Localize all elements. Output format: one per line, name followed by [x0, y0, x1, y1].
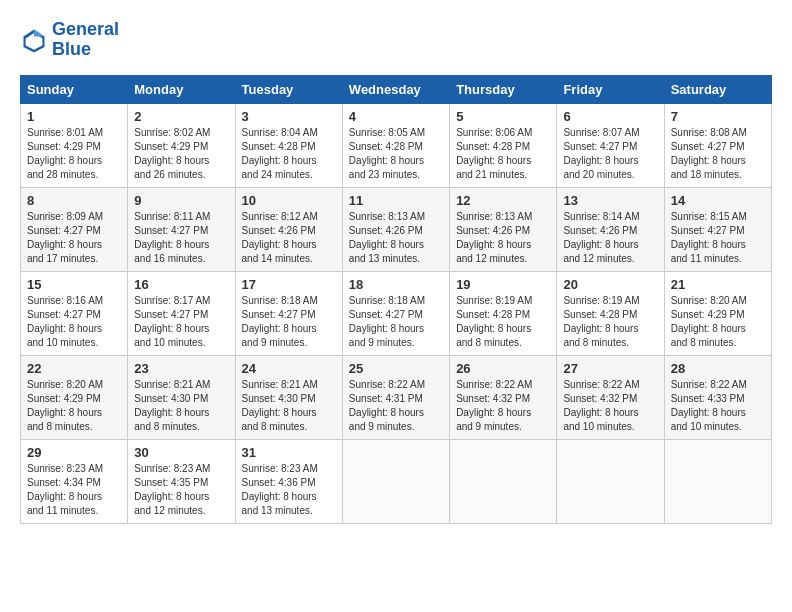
table-row: 11Sunrise: 8:13 AM Sunset: 4:26 PM Dayli… — [342, 187, 449, 271]
empty-cell — [557, 439, 664, 523]
svg-marker-2 — [34, 29, 45, 36]
table-row: 28Sunrise: 8:22 AM Sunset: 4:33 PM Dayli… — [664, 355, 771, 439]
col-sunday: Sunday — [21, 75, 128, 103]
table-row: 12Sunrise: 8:13 AM Sunset: 4:26 PM Dayli… — [450, 187, 557, 271]
calendar-row: 15Sunrise: 8:16 AM Sunset: 4:27 PM Dayli… — [21, 271, 772, 355]
table-row: 31Sunrise: 8:23 AM Sunset: 4:36 PM Dayli… — [235, 439, 342, 523]
logo-text: General Blue — [52, 20, 119, 60]
empty-cell — [450, 439, 557, 523]
table-row: 9Sunrise: 8:11 AM Sunset: 4:27 PM Daylig… — [128, 187, 235, 271]
col-saturday: Saturday — [664, 75, 771, 103]
calendar-row: 1Sunrise: 8:01 AM Sunset: 4:29 PM Daylig… — [21, 103, 772, 187]
table-row: 4Sunrise: 8:05 AM Sunset: 4:28 PM Daylig… — [342, 103, 449, 187]
calendar-row: 29Sunrise: 8:23 AM Sunset: 4:34 PM Dayli… — [21, 439, 772, 523]
calendar-table: Sunday Monday Tuesday Wednesday Thursday… — [20, 75, 772, 524]
table-row: 7Sunrise: 8:08 AM Sunset: 4:27 PM Daylig… — [664, 103, 771, 187]
table-row: 5Sunrise: 8:06 AM Sunset: 4:28 PM Daylig… — [450, 103, 557, 187]
col-monday: Monday — [128, 75, 235, 103]
table-row: 24Sunrise: 8:21 AM Sunset: 4:30 PM Dayli… — [235, 355, 342, 439]
table-row: 14Sunrise: 8:15 AM Sunset: 4:27 PM Dayli… — [664, 187, 771, 271]
calendar-row: 22Sunrise: 8:20 AM Sunset: 4:29 PM Dayli… — [21, 355, 772, 439]
page-header: General Blue — [20, 20, 772, 60]
table-row: 22Sunrise: 8:20 AM Sunset: 4:29 PM Dayli… — [21, 355, 128, 439]
table-row: 29Sunrise: 8:23 AM Sunset: 4:34 PM Dayli… — [21, 439, 128, 523]
table-row: 20Sunrise: 8:19 AM Sunset: 4:28 PM Dayli… — [557, 271, 664, 355]
table-row: 16Sunrise: 8:17 AM Sunset: 4:27 PM Dayli… — [128, 271, 235, 355]
table-row: 26Sunrise: 8:22 AM Sunset: 4:32 PM Dayli… — [450, 355, 557, 439]
header-row: Sunday Monday Tuesday Wednesday Thursday… — [21, 75, 772, 103]
table-row: 3Sunrise: 8:04 AM Sunset: 4:28 PM Daylig… — [235, 103, 342, 187]
table-row: 27Sunrise: 8:22 AM Sunset: 4:32 PM Dayli… — [557, 355, 664, 439]
table-row: 15Sunrise: 8:16 AM Sunset: 4:27 PM Dayli… — [21, 271, 128, 355]
table-row: 6Sunrise: 8:07 AM Sunset: 4:27 PM Daylig… — [557, 103, 664, 187]
table-row: 30Sunrise: 8:23 AM Sunset: 4:35 PM Dayli… — [128, 439, 235, 523]
logo-icon — [20, 26, 48, 54]
table-row: 23Sunrise: 8:21 AM Sunset: 4:30 PM Dayli… — [128, 355, 235, 439]
calendar-row: 8Sunrise: 8:09 AM Sunset: 4:27 PM Daylig… — [21, 187, 772, 271]
table-row: 2Sunrise: 8:02 AM Sunset: 4:29 PM Daylig… — [128, 103, 235, 187]
table-row: 13Sunrise: 8:14 AM Sunset: 4:26 PM Dayli… — [557, 187, 664, 271]
col-friday: Friday — [557, 75, 664, 103]
table-row: 17Sunrise: 8:18 AM Sunset: 4:27 PM Dayli… — [235, 271, 342, 355]
empty-cell — [342, 439, 449, 523]
col-tuesday: Tuesday — [235, 75, 342, 103]
table-row: 18Sunrise: 8:18 AM Sunset: 4:27 PM Dayli… — [342, 271, 449, 355]
col-wednesday: Wednesday — [342, 75, 449, 103]
logo: General Blue — [20, 20, 119, 60]
table-row: 19Sunrise: 8:19 AM Sunset: 4:28 PM Dayli… — [450, 271, 557, 355]
table-row: 8Sunrise: 8:09 AM Sunset: 4:27 PM Daylig… — [21, 187, 128, 271]
table-row: 25Sunrise: 8:22 AM Sunset: 4:31 PM Dayli… — [342, 355, 449, 439]
empty-cell — [664, 439, 771, 523]
col-thursday: Thursday — [450, 75, 557, 103]
table-row: 21Sunrise: 8:20 AM Sunset: 4:29 PM Dayli… — [664, 271, 771, 355]
table-row: 1Sunrise: 8:01 AM Sunset: 4:29 PM Daylig… — [21, 103, 128, 187]
table-row: 10Sunrise: 8:12 AM Sunset: 4:26 PM Dayli… — [235, 187, 342, 271]
